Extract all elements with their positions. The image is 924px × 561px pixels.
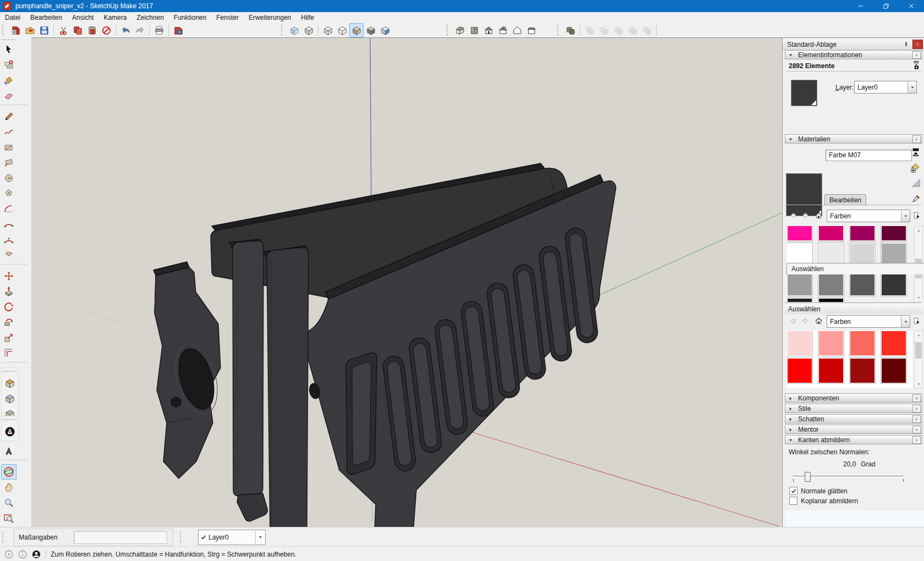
rectangle-icon[interactable] bbox=[1, 140, 16, 155]
arc-icon[interactable] bbox=[1, 201, 16, 217]
combo-arrow-icon[interactable] bbox=[901, 210, 910, 222]
zoom-icon[interactable] bbox=[1, 495, 16, 510]
undo-icon[interactable] bbox=[118, 23, 133, 37]
left-view-icon[interactable] bbox=[510, 23, 524, 37]
tab-auswaehlen[interactable]: Auswählen bbox=[787, 263, 924, 274]
close-icon[interactable] bbox=[912, 51, 921, 59]
menu-zeichnen[interactable]: Zeichnen bbox=[131, 13, 168, 23]
menu-datei[interactable]: Datei bbox=[0, 13, 25, 23]
front-view-icon[interactable] bbox=[481, 23, 496, 37]
menu-fenster[interactable]: Fenster bbox=[211, 13, 244, 23]
new-icon[interactable] bbox=[8, 23, 23, 37]
scale-icon[interactable] bbox=[1, 330, 16, 345]
close-icon[interactable] bbox=[912, 426, 921, 433]
section-materials[interactable]: Materialien bbox=[785, 134, 922, 144]
combo-arrow-icon[interactable] bbox=[908, 81, 916, 93]
section-stile[interactable]: Stile bbox=[785, 404, 922, 413]
two-point-arc-icon[interactable] bbox=[1, 217, 16, 232]
account-icon[interactable] bbox=[31, 549, 41, 559]
measurements-input[interactable] bbox=[74, 531, 167, 544]
pin-icon[interactable] bbox=[901, 40, 910, 48]
palette-scrollbar-2[interactable] bbox=[914, 331, 923, 388]
combo-arrow-icon[interactable] bbox=[255, 531, 265, 544]
extension-tool-icon[interactable] bbox=[2, 424, 18, 439]
back-arrow-icon[interactable] bbox=[788, 210, 798, 220]
polygon-icon[interactable] bbox=[1, 186, 16, 201]
close-icon[interactable] bbox=[912, 135, 921, 143]
toolbar-grip[interactable] bbox=[557, 25, 562, 36]
section-soften-edges[interactable]: Kanten abmildern bbox=[785, 435, 922, 444]
paint-bucket-icon[interactable] bbox=[1, 73, 16, 88]
collection-dropdown-2[interactable]: Farben bbox=[827, 315, 910, 328]
paste-icon[interactable] bbox=[85, 23, 99, 37]
menu-funktionen[interactable]: Funktionen bbox=[169, 13, 211, 23]
section-mentor[interactable]: Mentor bbox=[785, 425, 922, 434]
menu-ansicht[interactable]: Ansicht bbox=[67, 13, 98, 23]
print-icon[interactable] bbox=[152, 23, 166, 37]
menu-erweiterungen[interactable]: Erweiterungen bbox=[244, 13, 296, 23]
details-icon[interactable] bbox=[911, 210, 921, 220]
save-icon[interactable] bbox=[37, 23, 51, 37]
iso-view-icon[interactable] bbox=[453, 23, 467, 37]
geolocation-icon[interactable] bbox=[4, 549, 14, 559]
section-entity-info[interactable]: Elementinformationen bbox=[785, 50, 922, 59]
push-pull-icon[interactable] bbox=[1, 284, 16, 299]
color-swatch[interactable] bbox=[850, 331, 875, 356]
color-swatch[interactable] bbox=[818, 331, 844, 356]
close-button[interactable] bbox=[899, 0, 924, 12]
textured-style-icon[interactable] bbox=[364, 23, 378, 37]
cut-icon[interactable] bbox=[56, 23, 70, 37]
credits-icon[interactable] bbox=[18, 549, 28, 559]
color-swatch[interactable] bbox=[850, 226, 875, 241]
toolbar-grip[interactable] bbox=[447, 25, 451, 36]
color-swatch[interactable] bbox=[881, 226, 906, 241]
circle-icon[interactable] bbox=[1, 170, 16, 186]
color-swatch[interactable] bbox=[818, 298, 844, 302]
minimize-button[interactable] bbox=[848, 0, 873, 12]
toggle-details-icon[interactable] bbox=[911, 60, 921, 70]
menu-bearbeiten[interactable]: Bearbeiten bbox=[25, 13, 67, 23]
toolbar-grip[interactable] bbox=[2, 532, 7, 543]
close-icon[interactable] bbox=[912, 394, 921, 402]
color-swatch[interactable] bbox=[787, 358, 812, 383]
tray-close-button[interactable] bbox=[912, 40, 923, 49]
back-view-icon[interactable] bbox=[524, 23, 538, 37]
hidden-line-style-icon[interactable] bbox=[335, 23, 349, 37]
close-icon[interactable] bbox=[912, 415, 921, 423]
three-point-arc-icon[interactable] bbox=[1, 232, 16, 248]
restore-button[interactable] bbox=[873, 0, 899, 12]
back-arrow-icon[interactable] bbox=[788, 316, 798, 326]
3d-text-icon[interactable] bbox=[1, 443, 16, 459]
color-swatch[interactable] bbox=[818, 226, 844, 241]
eyedropper-icon[interactable] bbox=[911, 194, 921, 204]
monochrome-style-icon[interactable] bbox=[378, 23, 392, 37]
collection-dropdown[interactable]: Farben bbox=[827, 210, 910, 222]
active-layer-dropdown[interactable]: Layer0 bbox=[198, 530, 266, 545]
color-swatch[interactable] bbox=[850, 358, 875, 383]
color-swatch[interactable] bbox=[818, 358, 844, 383]
delete-icon[interactable] bbox=[99, 23, 113, 37]
outer-shell-icon[interactable] bbox=[563, 23, 578, 37]
tab-bearbeiten[interactable]: Bearbeiten bbox=[824, 194, 866, 206]
section-komponenten[interactable]: Komponenten bbox=[785, 393, 922, 403]
model-viewport[interactable] bbox=[31, 37, 782, 527]
top-view-icon[interactable] bbox=[467, 23, 481, 37]
open-icon[interactable] bbox=[23, 23, 37, 37]
create-material-icon[interactable] bbox=[910, 162, 921, 174]
details-icon[interactable] bbox=[911, 316, 921, 326]
select-icon[interactable] bbox=[1, 42, 16, 57]
model-info-icon[interactable] bbox=[171, 23, 185, 37]
display-section-planes-icon[interactable] bbox=[2, 376, 18, 391]
forward-arrow-icon[interactable] bbox=[800, 316, 810, 326]
angle-slider-handle[interactable] bbox=[805, 472, 811, 482]
display-section-cuts-icon[interactable] bbox=[2, 391, 18, 406]
toolbar-grip[interactable] bbox=[2, 25, 7, 36]
checkbox-checked[interactable] bbox=[789, 487, 798, 495]
back-edges-style-icon[interactable] bbox=[301, 23, 316, 37]
move-icon[interactable] bbox=[1, 268, 16, 284]
soften-coplanar-row[interactable]: Koplanar abmildern bbox=[789, 497, 858, 505]
follow-me-icon[interactable] bbox=[1, 315, 16, 330]
menu-hilfe[interactable]: Hilfe bbox=[296, 13, 319, 23]
pan-icon[interactable] bbox=[1, 480, 16, 495]
in-model-home-icon[interactable] bbox=[813, 210, 823, 220]
